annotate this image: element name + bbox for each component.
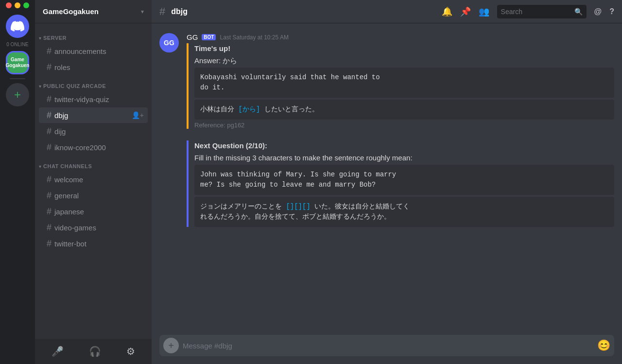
channel-name-twitter-bot: twitter-bot (54, 240, 86, 248)
channel-name-twitter-vidya-quiz: twitter-vidya-quiz (54, 95, 109, 104)
channel-name-announcements: announcements (54, 47, 106, 55)
bell-icon[interactable]: 🔔 (442, 6, 452, 17)
game-server-label: Game Gogakuen (6, 57, 30, 69)
channel-iknow-core2000[interactable]: # iknow-core2000 (39, 139, 148, 155)
message-block-2: Next Question (2/10): Fill in the missin… (187, 140, 614, 227)
hash-icon: # (47, 239, 52, 249)
reference-text: Reference: pg162 (194, 121, 614, 129)
message-group-2: Next Question (2/10): Fill in the missin… (152, 139, 622, 233)
code-block-japanese-2: ジョンはメアリーのことを [][][] いた。彼女は自分と結婚してく れるんだろ… (194, 197, 614, 227)
hash-icon: # (47, 94, 52, 104)
microphone-icon[interactable]: 🎤 (50, 344, 66, 359)
search-bar[interactable]: Search 🔍 (497, 5, 587, 18)
code-block-japanese-1: 小林は自分 [から] したいと言った。 (194, 100, 614, 120)
add-server-button[interactable]: + (6, 83, 29, 106)
avatar: GG (159, 33, 179, 52)
minimize-button[interactable] (15, 2, 20, 8)
section-server-label: SERVER (43, 35, 67, 41)
server-icon-bar: 0 ONLINE Game Gogakuen + (0, 0, 35, 364)
search-placeholder-text: Search (501, 8, 522, 16)
message-input-area: + 😊 (152, 335, 622, 364)
game-server-icon[interactable]: Game Gogakuen (6, 51, 29, 74)
msg-timesup: Time's up! (194, 43, 614, 53)
message-header-1: GG BOT Last Saturday at 10:25 AM (187, 33, 614, 41)
channel-general[interactable]: # general (39, 188, 148, 203)
maximize-button[interactable] (23, 2, 29, 8)
section-server[interactable]: ▾ SERVER (35, 27, 152, 43)
channel-name-roles: roles (54, 63, 70, 71)
channel-name-video-games: video-games (54, 224, 96, 232)
channel-twitter-bot[interactable]: # twitter-bot (39, 236, 148, 251)
headphones-icon[interactable]: 🎧 (87, 344, 103, 359)
add-member-icon[interactable]: 👤+ (132, 111, 144, 119)
code-block-english-2: John was thinking of Mary. Is she going … (194, 165, 614, 195)
hash-icon: # (47, 191, 52, 201)
section-arrow-icon: ▾ (39, 164, 41, 169)
hash-icon: # (47, 126, 52, 137)
channel-name-general: general (54, 191, 79, 200)
avatar-text: GG (164, 39, 174, 47)
section-arrow-icon: ▾ (39, 84, 41, 89)
section-chat-channels[interactable]: ▾ CHAT CHANNELS (35, 156, 152, 171)
mention-icon[interactable]: @ (594, 7, 602, 16)
divider (10, 78, 25, 79)
hash-icon: # (47, 207, 52, 217)
channel-japanese[interactable]: # japanese (39, 204, 148, 219)
online-count-label: 0 ONLINE (6, 42, 29, 47)
bot-badge: BOT (202, 34, 216, 40)
channel-twitter-vidya-quiz[interactable]: # twitter-vidya-quiz (39, 91, 148, 107)
code-block-english: Kobayashi voluntarily said that he wante… (194, 68, 614, 98)
members-icon[interactable]: 👥 (479, 6, 489, 17)
pin-icon[interactable]: 📌 (460, 6, 471, 17)
message-group-1: GG GG BOT Last Saturday at 10:25 AM Time… (152, 31, 622, 135)
help-icon[interactable]: ? (609, 7, 614, 16)
chevron-down-icon: ▾ (141, 8, 144, 15)
header-actions: 🔔 📌 👥 Search 🔍 @ ? (442, 5, 614, 18)
main-content: # dbjg 🔔 📌 👥 Search 🔍 @ ? GG GG BOT (152, 0, 622, 364)
channel-welcome[interactable]: # welcome (39, 172, 148, 187)
message-input[interactable] (183, 342, 593, 350)
message-author: GG (187, 33, 198, 41)
hash-icon: # (47, 110, 52, 121)
channel-sidebar: GameGogakuen ▾ ▾ SERVER # announcements … (35, 0, 152, 364)
messages-area: GG GG BOT Last Saturday at 10:25 AM Time… (152, 23, 622, 335)
hash-icon: # (47, 142, 52, 153)
hash-icon: # (47, 223, 52, 233)
message-content-2: Next Question (2/10): Fill in the missin… (187, 140, 614, 231)
highlight-kara: [から] (238, 105, 260, 113)
channel-dbjg[interactable]: # dbjg 👤+ (39, 107, 148, 123)
message-content-1: GG BOT Last Saturday at 10:25 AM Time's … (187, 33, 614, 133)
message-timestamp: Last Saturday at 10:25 AM (220, 34, 288, 41)
channel-title: dbjg (171, 7, 188, 16)
settings-icon[interactable]: ⚙ (124, 344, 137, 359)
add-attachment-button[interactable]: + (163, 338, 179, 353)
hash-icon: # (47, 46, 52, 56)
discord-logo-icon (11, 19, 24, 33)
channel-dijg[interactable]: # dijg (39, 123, 148, 139)
channel-name-welcome: welcome (54, 175, 83, 184)
channel-video-games[interactable]: # video-games (39, 220, 148, 235)
channel-roles[interactable]: # roles (39, 59, 148, 75)
section-arrow-icon: ▾ (39, 35, 41, 41)
close-button[interactable] (6, 2, 12, 8)
sidebar-footer: 🎤 🎧 ⚙ (35, 339, 152, 364)
highlight-blanks: [][][] (286, 203, 310, 210)
section-chat-label: CHAT CHANNELS (43, 163, 92, 169)
sidebar-channels: ▾ SERVER # announcements # roles ▾ PUBLI… (35, 23, 152, 339)
channel-name-japanese: japanese (54, 208, 84, 216)
channel-announcements[interactable]: # announcements (39, 43, 148, 59)
channel-hash-icon: # (159, 5, 165, 18)
channel-name-dbjg: dbjg (54, 111, 68, 120)
msg-next-question: Next Question (2/10): (194, 140, 614, 151)
section-quiz-arcade[interactable]: ▾ PUBLIC QUIZ ARCADE (35, 75, 152, 91)
hash-icon: # (47, 62, 52, 72)
channel-header: # dbjg 🔔 📌 👥 Search 🔍 @ ? (152, 0, 622, 23)
message-input-container: + 😊 (159, 335, 614, 356)
channel-name-iknow-core2000: iknow-core2000 (54, 143, 106, 152)
server-header[interactable]: GameGogakuen ▾ (35, 0, 152, 23)
emoji-picker-icon[interactable]: 😊 (597, 339, 610, 352)
discord-home-icon[interactable] (6, 15, 29, 38)
hash-icon: # (47, 174, 52, 185)
section-quiz-label: PUBLIC QUIZ ARCADE (43, 83, 106, 89)
msg-answer: Answer: から (194, 55, 614, 66)
